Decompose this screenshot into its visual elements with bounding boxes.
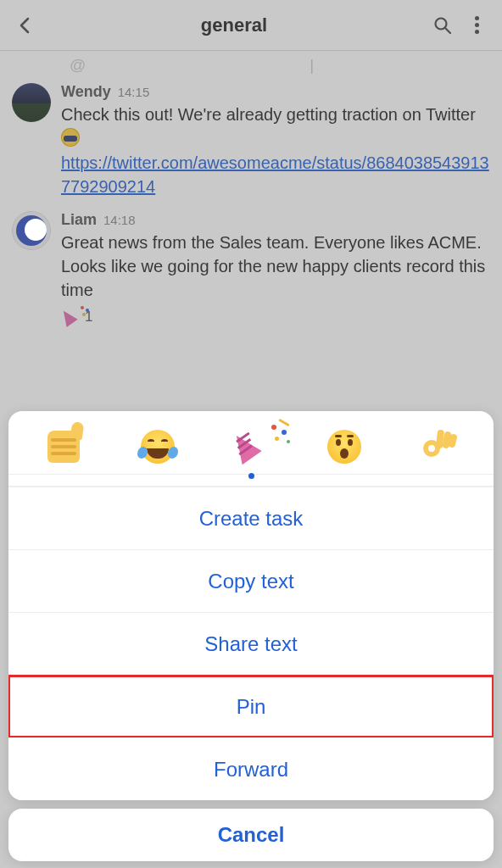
action-share-text[interactable]: Share text <box>8 612 494 675</box>
reaction-picker-row <box>8 411 494 475</box>
reaction-thumbs-up[interactable] <box>43 426 84 467</box>
action-label: Copy text <box>208 570 293 593</box>
action-cancel[interactable]: Cancel <box>8 809 494 861</box>
action-copy-text[interactable]: Copy text <box>8 549 494 612</box>
cancel-label: Cancel <box>218 823 285 847</box>
action-sheet: Create task Copy text Share text Pin For… <box>8 411 494 861</box>
reaction-tada[interactable] <box>231 426 271 467</box>
action-label: Create task <box>199 507 304 531</box>
action-forward[interactable]: Forward <box>8 737 494 800</box>
tada-icon <box>232 428 270 465</box>
reaction-ok-hand[interactable] <box>418 426 459 467</box>
joy-icon <box>141 430 175 464</box>
action-label: Pin <box>237 695 266 719</box>
reaction-pager <box>8 473 494 487</box>
action-label: Share text <box>204 632 297 656</box>
reaction-joy[interactable] <box>137 426 178 467</box>
reaction-wow[interactable] <box>324 426 365 467</box>
action-pin[interactable]: Pin <box>8 675 494 737</box>
wow-icon <box>327 430 361 464</box>
action-label: Forward <box>214 758 288 782</box>
thumbs-up-icon <box>47 431 80 463</box>
action-create-task[interactable]: Create task <box>8 487 494 549</box>
ok-hand-icon <box>421 430 455 464</box>
pager-dot <box>248 473 254 479</box>
